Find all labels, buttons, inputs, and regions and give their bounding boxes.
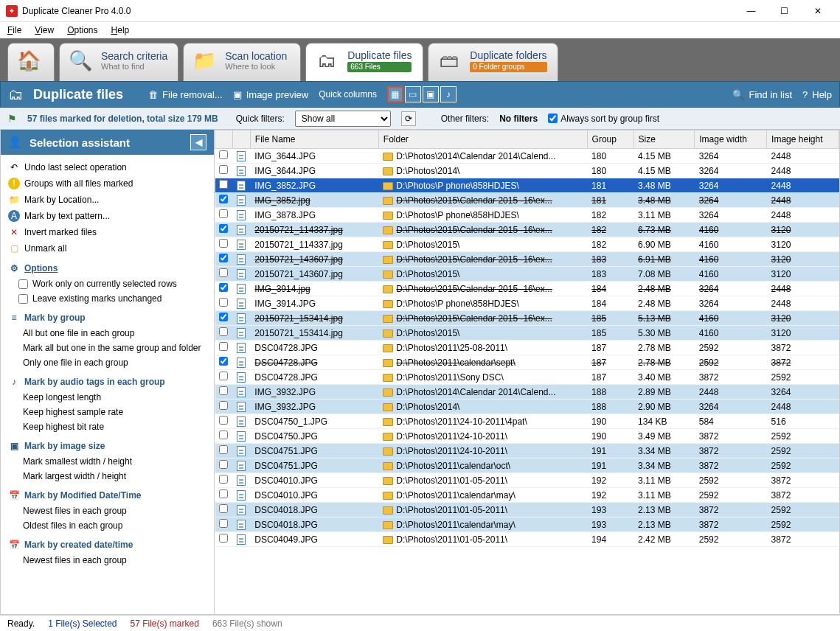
sidebar-item[interactable]: ▣Mark by image size	[1, 434, 214, 454]
row-checkbox[interactable]	[219, 239, 228, 248]
table-row[interactable]: IMG_3914.JPGD:\Photos\P phone\858HDJES\1…	[215, 296, 839, 311]
tab-scan-location[interactable]: 📁 Scan location Where to look	[183, 43, 301, 81]
table-row[interactable]: IMG_3644.JPGD:\Photos\2014\Calendar 2014…	[215, 149, 839, 164]
table-row[interactable]: DSC04751.JPGD:\Photos\2011\calendar\oct\…	[215, 459, 839, 473]
table-row[interactable]: 20150721_114337.jpgD:\Photos\2015\Calend…	[215, 223, 839, 237]
quick-filters-select[interactable]: Show all	[295, 111, 391, 127]
table-row[interactable]: DSC04010.JPGD:\Photos\2011\calendar\may\…	[215, 488, 839, 503]
row-checkbox[interactable]	[219, 327, 228, 336]
row-checkbox[interactable]	[219, 401, 228, 410]
sidebar-item[interactable]: ✕Invert marked files	[1, 224, 214, 240]
col-width[interactable]: Image width	[695, 130, 767, 149]
tab-duplicate-folders[interactable]: 🗃 Duplicate folders 0 Folder groups	[428, 43, 558, 81]
table-row[interactable]: DSC04751.JPGD:\Photos\2011\24-10-2011\19…	[215, 444, 839, 459]
sidebar-item[interactable]: ≡Mark by group	[1, 306, 214, 326]
table-row[interactable]: 20150721_143607.jpgD:\Photos\2015\Calend…	[215, 252, 839, 267]
row-checkbox[interactable]	[219, 180, 228, 189]
sidebar-item[interactable]: Leave existing marks unchanged	[1, 291, 214, 306]
col-folder[interactable]: Folder	[378, 130, 587, 149]
find-in-list-button[interactable]: 🔍 Find in list	[732, 89, 792, 100]
sidebar-item[interactable]: Keep highest sample rate	[1, 405, 214, 419]
col-check[interactable]	[215, 130, 233, 149]
tab-duplicate-files[interactable]: 🗂 Duplicate files 663 Files	[305, 43, 423, 81]
sidebar-item[interactable]: 📅Mark by Modified Date/Time	[1, 484, 214, 503]
menu-options[interactable]: Options	[67, 25, 97, 35]
row-checkbox[interactable]	[219, 445, 228, 454]
table-row[interactable]: IMG_3878.JPGD:\Photos\P phone\858HDJES\1…	[215, 208, 839, 223]
col-icon[interactable]	[232, 130, 250, 149]
file-removal-button[interactable]: 🗑 File removal...	[148, 89, 223, 100]
quick-col-view[interactable]: ▭	[405, 86, 421, 102]
row-checkbox[interactable]	[219, 209, 228, 218]
table-row[interactable]: IMG_3932.JPGD:\Photos\2014\1882.90 MB326…	[215, 400, 839, 414]
row-checkbox[interactable]	[219, 430, 228, 439]
row-checkbox[interactable]	[219, 519, 228, 528]
table-row[interactable]: IMG_3644.JPGD:\Photos\2014\1804.15 MB326…	[215, 164, 839, 178]
sidebar-item[interactable]: Newest files in each group	[1, 553, 214, 568]
table-row[interactable]: 20150721_143607.jpgD:\Photos\2015\1837.0…	[215, 267, 839, 282]
row-checkbox[interactable]	[219, 313, 228, 321]
row-checkbox[interactable]	[219, 195, 228, 203]
help-button[interactable]: ? Help	[802, 89, 832, 100]
row-checkbox[interactable]	[219, 504, 228, 513]
table-row[interactable]: DSC04728.JPGD:\Photos\2011\Sony DSC\1873…	[215, 370, 839, 385]
row-checkbox[interactable]	[219, 460, 228, 469]
row-checkbox[interactable]	[219, 372, 228, 380]
table-row[interactable]: IMG_3914.jpgD:\Photos\2015\Calendar 2015…	[215, 282, 839, 296]
row-checkbox[interactable]	[219, 165, 228, 174]
row-checkbox[interactable]	[219, 254, 228, 262]
row-checkbox[interactable]	[219, 150, 228, 159]
row-checkbox[interactable]	[219, 224, 228, 233]
sidebar-item[interactable]: AMark by text pattern...	[1, 208, 214, 224]
menu-help[interactable]: Help	[111, 25, 130, 35]
sidebar-item[interactable]: Work only on currently selected rows	[1, 276, 214, 291]
sidebar-item[interactable]: !Groups with all files marked	[1, 175, 214, 192]
table-row[interactable]: DSC04018.JPGD:\Photos\2011\calendar\may\…	[215, 517, 839, 532]
row-checkbox[interactable]	[219, 386, 228, 395]
tab-home[interactable]: 🏠	[7, 43, 55, 81]
sidebar-item[interactable]: 📅Mark by created date/time	[1, 533, 214, 553]
always-sort-cb[interactable]	[548, 114, 558, 123]
sidebar-item[interactable]: Mark largest width / height	[1, 469, 214, 484]
option-checkbox[interactable]	[18, 294, 28, 304]
menu-file[interactable]: File	[7, 25, 21, 35]
row-checkbox[interactable]	[219, 357, 228, 366]
table-row[interactable]: DSC04018.JPGD:\Photos\2011\01-05-2011\19…	[215, 503, 839, 517]
sidebar-item[interactable]: ♪Mark by audio tags in each group	[1, 370, 214, 390]
table-row[interactable]: IMG_3852.JPGD:\Photos\P phone\858HDJES\1…	[215, 178, 839, 193]
option-checkbox[interactable]	[18, 279, 28, 289]
table-row[interactable]: IMG_3852.jpgD:\Photos\2015\Calendar 2015…	[215, 193, 839, 208]
table-row[interactable]: 20150721_114337.jpgD:\Photos\2015\1826.9…	[215, 237, 839, 252]
table-row[interactable]: DSC04728.JPGD:\Photos\2011\calendar\sept…	[215, 355, 839, 370]
table-row[interactable]: DSC04750.JPGD:\Photos\2011\24-10-2011\19…	[215, 429, 839, 444]
minimize-button[interactable]: —	[735, 1, 768, 21]
refresh-button[interactable]: ⟳	[401, 111, 416, 126]
sidebar-item[interactable]: Only one file in each group	[1, 355, 214, 370]
sidebar-item[interactable]: Newest files in each group	[1, 503, 214, 518]
sidebar-item[interactable]: ▢Unmark all	[1, 240, 214, 257]
table-row[interactable]: DSC04049.JPGD:\Photos\2011\01-05-2011\19…	[215, 532, 839, 547]
sidebar-item[interactable]: Keep highest bit rate	[1, 419, 214, 434]
sidebar-item[interactable]: 📁Mark by Location...	[1, 192, 214, 208]
table-row[interactable]: 20150721_153414.jpgD:\Photos\2015\Calend…	[215, 311, 839, 326]
sidebar-item[interactable]: All but one file in each group	[1, 326, 214, 341]
table-row[interactable]: DSC04750_1.JPGD:\Photos\2011\24-10-2011\…	[215, 414, 839, 429]
image-preview-button[interactable]: ▣ Image preview	[233, 89, 309, 100]
sidebar-item[interactable]: Mark smallest width / height	[1, 454, 214, 469]
menu-view[interactable]: View	[35, 25, 54, 35]
row-checkbox[interactable]	[219, 416, 228, 425]
table-row[interactable]: IMG_3932.JPGD:\Photos\2014\Calendar 2014…	[215, 385, 839, 400]
tab-search-criteria[interactable]: 🔍 Search criteria What to find	[59, 43, 178, 81]
sidebar-item[interactable]: ↶Undo last select operation	[1, 159, 214, 175]
sidebar-item[interactable]: ⚙Options	[1, 257, 214, 276]
sidebar-item[interactable]: Keep longest length	[1, 390, 214, 405]
table-row[interactable]: 20150721_153414.jpgD:\Photos\2015\1855.3…	[215, 326, 839, 341]
table-row[interactable]: DSC04010.JPGD:\Photos\2011\01-05-2011\19…	[215, 473, 839, 488]
sidebar-item[interactable]: Oldest files in each group	[1, 518, 214, 533]
row-checkbox[interactable]	[219, 283, 228, 292]
col-group[interactable]: Group	[587, 130, 634, 149]
table-row[interactable]: DSC04728.JPGD:\Photos\2011\25-08-2011\18…	[215, 341, 839, 355]
close-button[interactable]: ✕	[801, 1, 834, 21]
quick-col-audio[interactable]: ♪	[440, 86, 457, 102]
sidebar-item[interactable]: Mark all but one in the same group and f…	[1, 341, 214, 355]
